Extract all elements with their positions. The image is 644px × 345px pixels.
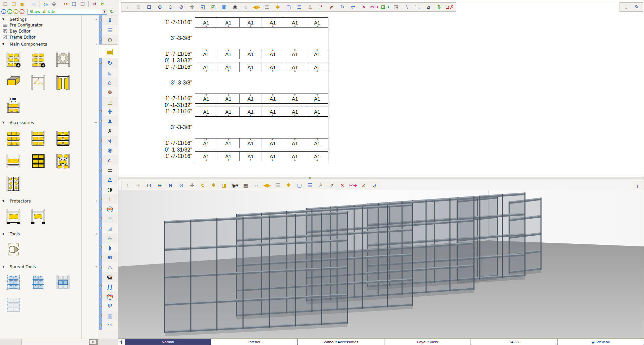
line-dashed-button[interactable]: ⋱ [413,3,422,11]
strip-handle[interactable] [100,227,102,229]
section-header-main-components[interactable]: ▼Main Components [0,41,81,47]
shelf-cell[interactable]: A1∨ [262,49,284,59]
component-shelf-levels[interactable] [30,52,46,68]
shelf-cell[interactable]: A1∧ [195,152,217,161]
module-ramp-button[interactable]: ◢ [102,223,118,233]
sidebar-scroll-button[interactable]: ↕ [89,339,97,345]
lasso-button[interactable]: ○ [241,3,251,11]
view-tab-layout-view[interactable]: Layout View [384,339,471,345]
flip-horizontal-button[interactable]: ◀▶ [262,181,272,189]
shelf-cell[interactable]: A1∧ [284,152,306,161]
module-boots-button[interactable]: ◗ [102,243,118,252]
shelf-cell[interactable]: A1∧ [262,62,284,72]
pin-button[interactable]: ✱ [273,3,283,11]
component-sliding-door[interactable] [55,74,71,91]
undo-button[interactable]: ↺ [90,0,98,7]
show-all-tabs-dropdown[interactable]: Show all tabs ▼ [28,9,107,15]
module-beta-refresh-button[interactable]: ◯BETA [102,291,118,301]
shelf-cell[interactable]: A1∧ [239,107,261,116]
zoom-in-button[interactable]: ⊕ [155,3,165,11]
zoom-grid-button[interactable]: ⊞ [133,181,143,189]
module-layer-lines-button[interactable]: ≋ [102,252,118,262]
module-materials-palette-button[interactable]: ❖ [102,87,118,97]
component-storage-bin[interactable] [5,74,21,91]
section-header-tools[interactable]: ▼Tools [0,231,81,237]
shelf-cell[interactable]: A1∨ [195,49,217,59]
zoom-in-button[interactable]: ⊕ [155,181,165,189]
shelf-cell[interactable]: A1∨ [217,138,239,148]
strip-handle[interactable] [100,305,102,307]
module-plant-tool-button[interactable]: Ψ [102,301,118,311]
person-measure-button[interactable]: ♙ [316,181,326,189]
module-robot-arm-button[interactable]: ↻ [102,58,118,68]
shelf-cell[interactable]: A1∨ [284,94,306,103]
shelf-cell[interactable]: A1∧ [239,152,261,161]
strip-handle[interactable] [100,324,102,326]
component-spread-empty-bay[interactable] [5,297,21,313]
module-home-heart-button[interactable]: ⌂ [102,155,118,165]
section-header-spread-tools[interactable]: ▼Spread Tools [0,264,81,270]
module-beta-module-button[interactable]: ◯BETA [102,204,118,214]
strip-handle[interactable] [100,29,102,31]
lasso-button[interactable]: ○ [252,181,261,189]
component-coil-holder[interactable] [55,52,71,68]
align-object-button[interactable]: ◨ [219,181,229,189]
module-pie-sections-button[interactable]: ◑ [102,184,118,194]
view-tab-without-accessories[interactable]: Without Accessories [298,339,384,345]
shelf-cell[interactable]: A1∧ [217,62,239,72]
shelf-cell[interactable]: A1∧ [217,152,239,161]
zoom-fit-button[interactable]: ⊡ [144,181,154,189]
shelf-cell[interactable]: A1∨ [239,49,261,59]
module-laptop-button[interactable]: ▭ [102,165,118,175]
strip-handle[interactable] [100,139,102,141]
module-curtain-waves-button[interactable]: ∫∫ [102,282,118,291]
component-closed-bay[interactable] [30,153,46,169]
pan-button[interactable]: ✚ [187,3,197,11]
person-measure-button[interactable]: ♙ [305,3,315,11]
zoom-out-button[interactable]: ⊖ [166,3,175,11]
strip-handle[interactable] [100,120,102,122]
device-lasso-button[interactable]: ◳ [391,3,401,11]
component-spread-levels[interactable] [30,274,46,290]
zoom-previous-button[interactable]: ⊘ [176,3,186,11]
tag-list-button[interactable]: ☰ [262,3,272,11]
shelf-cell[interactable]: A1∨ [262,94,284,103]
section-header-accessories[interactable]: ▼Accessories [0,120,81,125]
measure-button[interactable]: ⇅ [434,3,444,11]
module-arc-tool-button[interactable]: ◠ [102,321,118,330]
module-oven-fire-button[interactable]: ♨ [102,262,118,272]
shelf-cell[interactable]: A1∨ [262,138,284,148]
strip-handle[interactable] [100,217,102,219]
move-object-button[interactable]: ⇗ [327,181,336,189]
shelf-cell[interactable]: A1∧ [306,62,328,72]
strip-handle[interactable] [100,149,102,151]
select-rect-button[interactable]: ▢ [294,181,304,189]
print-button[interactable]: ✇ [50,0,58,7]
shelf-cell[interactable]: A1∧ [306,107,328,116]
section-header-settings[interactable]: ▼Settings [0,16,81,22]
module-shelving-rack-button[interactable]: ▤ [102,45,118,58]
shelf-cell[interactable]: A1∨ [239,138,261,148]
zoom-actual-button[interactable]: 1 [123,3,132,11]
strip-handle[interactable] [100,266,102,268]
component-rotate-bay-180[interactable]: 180 [5,97,21,113]
save-button[interactable]: ▣ [18,0,26,7]
flip-horizontal-button[interactable]: ◀▶ [252,3,261,11]
component-rotate-view-tool[interactable] [5,241,21,257]
strip-handle[interactable] [100,159,102,161]
view-tab-view-all[interactable]: ◉View all [557,339,644,345]
move-point-button[interactable]: ↱ [316,3,326,11]
module-frames-button[interactable]: ☰ [102,25,118,35]
module-drafting-tools-button[interactable]: ◿ [102,97,118,107]
sidebar-item-pre-configurator[interactable]: Pre Configurator [0,22,81,28]
module-people-group-button[interactable]: ♟ [102,116,118,126]
zoom-window-button[interactable]: ◱ [198,3,208,11]
nav-all-button[interactable]: ↓ [1,9,6,14]
select-list-button[interactable]: ☰ [294,3,304,11]
component-base-protector[interactable] [5,209,21,225]
strip-handle[interactable] [100,39,102,41]
shelf-cell[interactable]: A1∧ [306,18,328,27]
orbit-button[interactable]: ↻ [198,181,208,189]
strip-handle[interactable] [100,188,102,190]
strip-handle[interactable] [100,285,102,287]
